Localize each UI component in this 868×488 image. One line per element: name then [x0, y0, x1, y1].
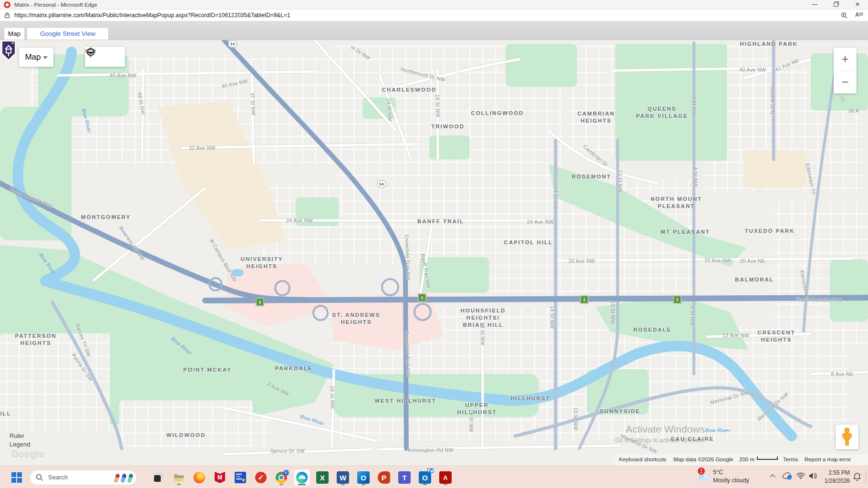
checkmark-app-icon: ✓ [255, 472, 267, 483]
chrome-icon: K [276, 472, 287, 483]
mcafee-shield-icon: M [215, 472, 225, 483]
google-logo[interactable]: Google [11, 448, 44, 459]
map-type-button[interactable]: Map [19, 48, 53, 67]
search-highlight-icon [127, 473, 133, 483]
clock-time: 2:55 PM [819, 469, 850, 477]
word-button[interactable]: W [335, 469, 351, 486]
map-data-credit: Map data ©2026 Google [673, 457, 733, 462]
notification-badge: 1 [698, 467, 705, 475]
show-desktop-button[interactable] [866, 470, 866, 484]
legend-link[interactable]: Legend [10, 441, 30, 448]
pegman-control[interactable] [836, 425, 858, 449]
weather-condition: Mostly cloudy [713, 477, 749, 484]
minimize-button[interactable]: — [804, 0, 825, 10]
tab-map[interactable]: Map [4, 27, 25, 40]
weather-widget[interactable]: 1 5°C Mostly cloudy [694, 467, 765, 488]
running-indicator [177, 484, 181, 485]
svg-text:i: i [789, 476, 790, 480]
tray-chevron-up-icon[interactable] [771, 474, 775, 478]
zoom-controls: + − [834, 48, 857, 93]
map-tools-box [85, 47, 125, 67]
running-indicator [341, 484, 345, 485]
search-highlight-icon [120, 473, 126, 483]
excel-button[interactable]: X [314, 469, 331, 486]
teams-icon: T [398, 471, 411, 484]
url-bar: https://matrix.pillarnine.com/Matrix/Pub… [0, 10, 868, 21]
keyboard-shortcuts-link[interactable]: Keyboard shortcuts [619, 457, 666, 462]
star-app-icon: ★ [235, 472, 246, 483]
firefox-icon [194, 472, 205, 483]
task-view-icon [153, 472, 164, 483]
zoom-in-button[interactable]: + [834, 48, 857, 71]
todo-app-button[interactable]: ✓ [253, 469, 269, 486]
map-basemap [0, 40, 868, 466]
terms-link[interactable]: Terms [783, 457, 798, 462]
chrome-button[interactable]: K [273, 469, 289, 486]
mcafee-button[interactable]: M [212, 469, 228, 486]
k-badge: K [283, 470, 289, 476]
my-location-icon[interactable] [85, 47, 96, 58]
running-indicator [362, 484, 365, 485]
matrix-favicon-icon [4, 1, 10, 8]
outlook-classic-button[interactable]: O [417, 469, 433, 486]
active-indicator [298, 484, 306, 485]
pegman-icon [842, 427, 852, 446]
wifi-icon[interactable] [796, 472, 805, 479]
scale-bar [757, 457, 778, 460]
map-canvas[interactable]: HIGHLAND PARKCHARLESWOODCOLLINGWOODTRIWO… [0, 40, 868, 466]
clock-date: 1/28/2026 [819, 477, 850, 485]
search-icon [36, 474, 43, 481]
search-box[interactable]: Search [30, 470, 137, 485]
running-indicator [279, 484, 283, 485]
powerpoint-button[interactable]: P [376, 469, 392, 486]
close-button[interactable]: ✕ [847, 0, 868, 10]
firefox-button[interactable] [191, 469, 207, 486]
lock-icon [4, 12, 10, 18]
chevron-down-icon [43, 56, 48, 59]
zoom-out-button[interactable]: − [834, 71, 857, 94]
restore-button[interactable] [825, 0, 846, 10]
running-indicator [423, 484, 427, 485]
page-tabstrip: Map Google Street View [0, 21, 868, 40]
windows-taskbar: Search M ★ ✓ [0, 466, 868, 488]
report-map-error-link[interactable]: Report a map error [805, 457, 851, 462]
search-highlight-icon [114, 473, 120, 483]
edge-button-active[interactable] [294, 469, 310, 486]
edge-icon [296, 472, 308, 483]
tab-google-street-view[interactable]: Google Street View [27, 27, 109, 40]
property-marker-pin[interactable] [0, 40, 17, 61]
read-aloud-icon[interactable]: A))) [855, 11, 863, 18]
restore-icon [834, 2, 838, 7]
pinned-app-button[interactable]: ★ [232, 469, 248, 486]
notification-bell-icon[interactable]: z [853, 472, 861, 481]
browser-titlebar: Matrix - Personal - Microsoft Edge — ✕ [0, 0, 868, 10]
map-attribution-bar: Keyboard shortcuts Map data ©2026 Google… [612, 454, 868, 466]
windows-logo-icon [11, 472, 22, 483]
address-field[interactable]: https://matrix.pillarnine.com/Matrix/Pub… [14, 12, 682, 19]
zoom-page-icon[interactable] [840, 11, 848, 19]
word-icon: W [337, 471, 349, 484]
onedrive-icon[interactable]: i [782, 472, 793, 480]
outlook-new-button[interactable]: O [355, 469, 372, 486]
map-type-label: Map [25, 52, 41, 62]
running-indicator [444, 484, 447, 485]
acrobat-button[interactable]: A [437, 469, 454, 486]
file-explorer-icon [173, 472, 185, 483]
svg-text:z: z [859, 473, 861, 476]
search-placeholder: Search [48, 474, 68, 481]
file-explorer-button[interactable] [171, 469, 187, 486]
outlook-new-icon: O [357, 471, 370, 484]
teams-button[interactable]: T [396, 469, 413, 486]
powerpoint-icon: P [378, 471, 390, 484]
outlook-classic-icon: O [419, 471, 431, 484]
ruler-link[interactable]: Ruler [10, 432, 24, 439]
start-button[interactable] [9, 469, 25, 486]
weather-temp: 5°C [713, 469, 723, 476]
window-title: Matrix - Personal - Microsoft Edge [14, 2, 97, 8]
acrobat-icon: A [439, 471, 452, 484]
scale-label: 200 m [739, 457, 754, 462]
task-view-button[interactable] [150, 469, 166, 486]
clock[interactable]: 2:55 PM 1/28/2026 [819, 469, 850, 485]
volume-icon[interactable] [809, 472, 817, 479]
excel-icon: X [316, 471, 329, 484]
